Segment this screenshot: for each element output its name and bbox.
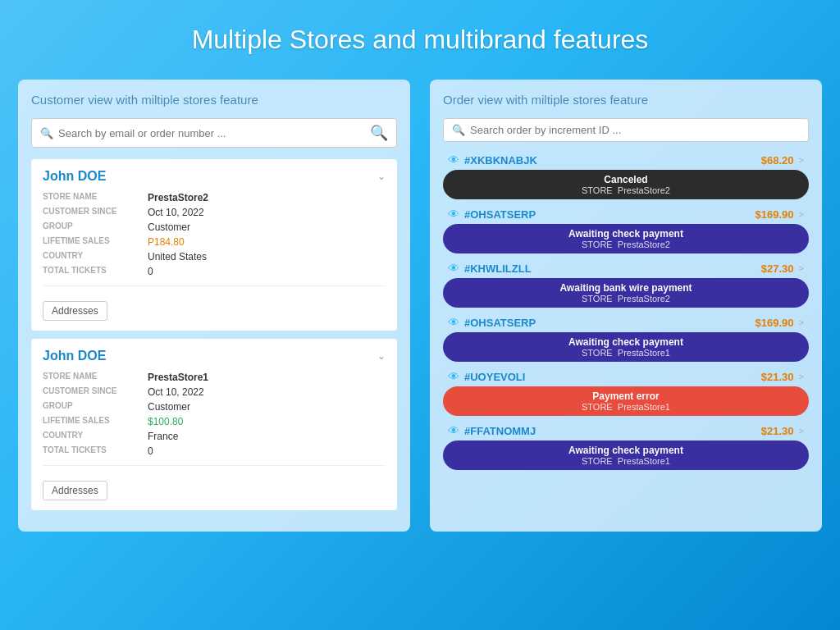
order-chevron-0[interactable]: > xyxy=(799,155,804,165)
order-header-line-0: 👁 #XKBKNABJK $68.20 > xyxy=(443,150,809,170)
status-store-1: STORE PrestaStore2 xyxy=(451,240,801,249)
order-row-4: 👁 #UOYEVOLI $21.30 > Payment error STORE… xyxy=(443,367,809,416)
order-row-3: 👁 #OHSATSERP $169.90 > Awaiting check pa… xyxy=(443,313,809,362)
status-label-1: Awaiting check payment xyxy=(451,228,801,240)
customer-details-1: STORE NAME PrestaStore2 CUSTOMER SINCE O… xyxy=(43,192,386,277)
order-status-bar-1[interactable]: Awaiting check payment STORE PrestaStore… xyxy=(443,224,809,253)
status-store-3: STORE PrestaStore1 xyxy=(451,348,801,358)
label-group-1: GROUP xyxy=(43,221,141,233)
order-amount-5: $21.30 xyxy=(761,425,794,437)
status-store-0: STORE PrestaStore2 xyxy=(451,185,801,195)
customer-header-1: John DOE ⌄ xyxy=(43,169,386,184)
label-group-2: GROUP xyxy=(43,401,141,413)
order-chevron-2[interactable]: > xyxy=(799,263,804,273)
page-title: Multiple Stores and multibrand features xyxy=(192,25,649,55)
addresses-button-1[interactable]: Addresses xyxy=(43,301,107,321)
value-store-name-1: PrestaStore2 xyxy=(148,192,386,203)
order-header-line-3: 👁 #OHSATSERP $169.90 > xyxy=(443,313,809,332)
divider-1 xyxy=(43,285,386,286)
eye-icon-3[interactable]: 👁 xyxy=(448,316,459,329)
label-customer-since-1: CUSTOMER SINCE xyxy=(43,207,141,218)
order-row-5: 👁 #FFATNOMMJ $21.30 > Awaiting check pay… xyxy=(443,421,809,470)
order-id-5: #FFATNOMMJ xyxy=(464,425,536,437)
customer-search-input[interactable] xyxy=(58,127,370,139)
order-amount-0: $68.20 xyxy=(761,154,794,167)
search-icon[interactable]: 🔍 xyxy=(370,124,388,142)
order-amount-4: $21.30 xyxy=(761,371,794,383)
order-chevron-4[interactable]: > xyxy=(799,372,804,381)
order-id-0: #XKBKNABJK xyxy=(464,154,537,167)
order-status-bar-2[interactable]: Awaiting bank wire payment STORE PrestaS… xyxy=(443,278,809,308)
customer-name-2: John DOE xyxy=(43,349,106,363)
eye-icon-2[interactable]: 👁 xyxy=(448,262,459,275)
status-label-4: Payment error xyxy=(451,390,801,402)
status-store-2: STORE PrestaStore2 xyxy=(451,294,801,304)
order-header-line-4: 👁 #UOYEVOLI $21.30 > xyxy=(443,367,809,386)
order-id-2: #KHWLILZLL xyxy=(464,262,532,275)
status-store-4: STORE PrestaStore1 xyxy=(451,402,801,412)
value-lifetime-2: $100.80 xyxy=(148,416,386,427)
order-search-small-icon: 🔍 xyxy=(452,124,465,136)
value-tickets-1: 0 xyxy=(148,266,386,277)
order-id-group-0: 👁 #XKBKNABJK xyxy=(448,153,537,167)
order-amount-3: $169.90 xyxy=(756,317,794,329)
label-store-name-2: STORE NAME xyxy=(43,372,141,383)
order-status-bar-5[interactable]: Awaiting check payment STORE PrestaStore… xyxy=(443,441,809,470)
label-country-1: COUNTRY xyxy=(43,251,141,262)
order-id-group-5: 👁 #FFATNOMMJ xyxy=(448,424,536,437)
order-panel: Order view with miltiple stores feature … xyxy=(430,80,822,532)
label-tickets-1: TOTAL TICKETS xyxy=(43,266,141,277)
order-id-3: #OHSATSERP xyxy=(464,317,536,329)
label-store-name-1: STORE NAME xyxy=(43,192,141,203)
order-header-line-5: 👁 #FFATNOMMJ $21.30 > xyxy=(443,421,809,441)
order-row-1: 👁 #OHSATSERP $169.90 > Awaiting check pa… xyxy=(443,204,809,253)
status-label-3: Awaiting check payment xyxy=(451,336,801,348)
eye-icon-4[interactable]: 👁 xyxy=(448,370,459,383)
label-lifetime-1: LIFETIME SALES xyxy=(43,236,141,248)
order-chevron-3[interactable]: > xyxy=(799,317,804,327)
label-lifetime-2: LIFETIME SALES xyxy=(43,416,141,427)
order-status-bar-4[interactable]: Payment error STORE PrestaStore1 xyxy=(443,386,809,416)
divider-2 xyxy=(43,465,386,466)
status-label-2: Awaiting bank wire payment xyxy=(451,282,801,294)
order-status-bar-3[interactable]: Awaiting check payment STORE PrestaStore… xyxy=(443,332,809,362)
customer-details-2: STORE NAME PrestaStore1 CUSTOMER SINCE O… xyxy=(43,372,386,457)
order-id-4: #UOYEVOLI xyxy=(464,371,525,383)
value-group-1: Customer xyxy=(148,221,386,233)
customer-card-2: John DOE ⌄ STORE NAME PrestaStore1 CUSTO… xyxy=(31,339,397,510)
customer-card-1: John DOE ⌄ STORE NAME PrestaStore2 CUSTO… xyxy=(31,159,397,331)
order-chevron-5[interactable]: > xyxy=(799,426,804,436)
customer-header-2: John DOE ⌄ xyxy=(43,349,386,363)
order-amount-2: $27.30 xyxy=(761,262,794,275)
order-header-line-2: 👁 #KHWLILZLL $27.30 > xyxy=(443,258,809,278)
customer-panel-title: Customer view with miltiple stores featu… xyxy=(31,93,397,107)
status-store-5: STORE PrestaStore1 xyxy=(451,456,801,466)
eye-icon-1[interactable]: 👁 xyxy=(448,208,459,221)
order-search-input[interactable] xyxy=(470,124,800,136)
order-panel-title: Order view with miltiple stores feature xyxy=(443,93,809,107)
order-list: 👁 #XKBKNABJK $68.20 > Canceled STORE Pre… xyxy=(443,150,809,470)
status-label-0: Canceled xyxy=(451,174,801,185)
status-label-5: Awaiting check payment xyxy=(451,445,801,456)
chevron-down-icon-2[interactable]: ⌄ xyxy=(377,350,386,362)
order-row-2: 👁 #KHWLILZLL $27.30 > Awaiting bank wire… xyxy=(443,258,809,308)
search-small-icon: 🔍 xyxy=(40,127,53,139)
eye-icon-5[interactable]: 👁 xyxy=(448,424,459,437)
addresses-button-2[interactable]: Addresses xyxy=(43,481,107,500)
label-country-2: COUNTRY xyxy=(43,431,141,442)
order-amount-1: $169.90 xyxy=(756,208,794,221)
value-tickets-2: 0 xyxy=(148,445,386,457)
value-group-2: Customer xyxy=(148,401,386,413)
eye-icon-0[interactable]: 👁 xyxy=(448,153,459,167)
chevron-down-icon-1[interactable]: ⌄ xyxy=(377,171,386,182)
order-search-bar: 🔍 xyxy=(443,118,809,142)
label-tickets-2: TOTAL TICKETS xyxy=(43,445,141,457)
label-customer-since-2: CUSTOMER SINCE xyxy=(43,386,141,398)
order-id-group-4: 👁 #UOYEVOLI xyxy=(448,370,525,383)
order-chevron-1[interactable]: > xyxy=(799,209,804,219)
value-store-name-2: PrestaStore1 xyxy=(148,372,386,383)
order-status-bar-0[interactable]: Canceled STORE PrestaStore2 xyxy=(443,170,809,199)
order-id-group-2: 👁 #KHWLILZLL xyxy=(448,262,532,275)
customer-search-bar: 🔍 🔍 xyxy=(31,118,397,148)
value-customer-since-2: Oct 10, 2022 xyxy=(148,386,386,398)
